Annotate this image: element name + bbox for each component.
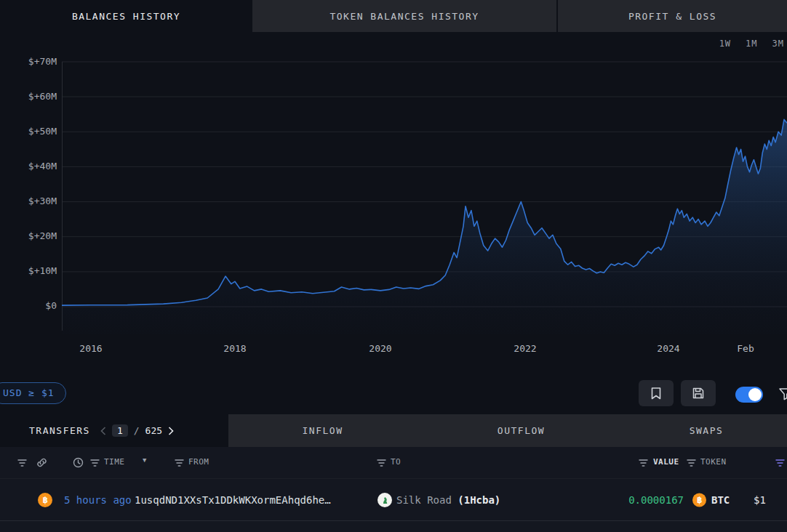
tab-balances-history[interactable]: BALANCES HISTORY xyxy=(0,0,252,32)
link-icon[interactable] xyxy=(36,457,47,468)
range-3m[interactable]: 3M xyxy=(772,39,784,49)
column-value: VALUE xyxy=(653,457,679,467)
transfers-inactive-tabs: INFLOW OUTFLOW SWAPS xyxy=(228,414,787,447)
btc-icon: ฿ xyxy=(692,493,706,507)
column-from: FROM xyxy=(188,457,209,467)
tab-profit-loss-label: PROFIT & LOSS xyxy=(628,11,716,22)
column-token: TOKEN xyxy=(700,457,727,467)
pagination-separator: / xyxy=(134,425,140,436)
tab-profit-loss[interactable]: PROFIT & LOSS xyxy=(556,0,787,32)
y-axis-label: $+10M xyxy=(0,265,57,278)
range-1w[interactable]: 1W xyxy=(719,39,731,49)
transfer-row[interactable]: ฿ 13 hours ago Silk Road (1123P4) bc1qmq… xyxy=(0,520,787,532)
pagination: 1 / 625 xyxy=(100,424,174,437)
y-axis-label: $+70M xyxy=(0,55,57,68)
chevron-left-icon[interactable] xyxy=(100,427,106,435)
token-symbol: BTC xyxy=(711,494,730,506)
transfer-value: 0.0000167 xyxy=(628,494,684,506)
filter-lines-icon[interactable] xyxy=(90,459,100,467)
x-axis-label: 2022 xyxy=(514,343,536,354)
silk-road-glyph xyxy=(380,495,390,505)
tab-transfers-label: TRANSFERS xyxy=(29,425,90,436)
transfers-table: TIME ▼ FROM TO VALUE TOKEN ฿ 5 hours ago… xyxy=(0,447,787,532)
pagination-current[interactable]: 1 xyxy=(112,424,128,437)
tab-swaps-label: SWAPS xyxy=(690,425,724,436)
usd-value: $1 xyxy=(754,494,766,506)
balance-history-chart[interactable] xyxy=(62,58,787,334)
x-axis-label: 2024 xyxy=(657,343,679,354)
tab-swaps[interactable]: SWAPS xyxy=(626,414,787,447)
tab-inflow[interactable]: INFLOW xyxy=(228,414,417,447)
column-to: TO xyxy=(391,457,401,467)
funnel-icon-partial[interactable] xyxy=(778,387,787,401)
tab-token-balances-history-label: TOKEN BALANCES HISTORY xyxy=(329,11,479,22)
x-axis-label: Feb xyxy=(737,343,754,354)
transfers-tab-bar: TRANSFERS 1 / 625 INFLOW OUTFLOW SWAPS xyxy=(0,414,787,447)
tab-outflow-label: OUTFLOW xyxy=(498,425,545,436)
filter-lines-icon[interactable] xyxy=(175,459,184,467)
y-axis-label: $+40M xyxy=(0,160,57,173)
y-axis-label: $+60M xyxy=(0,90,57,103)
x-axis-label: 2020 xyxy=(369,343,391,354)
y-axis-label: $0 xyxy=(0,299,57,313)
to-entity[interactable]: Silk Road (1Hcba) xyxy=(396,494,500,506)
tab-token-balances-history[interactable]: TOKEN BALANCES HISTORY xyxy=(252,0,556,32)
top-tab-bar: BALANCES HISTORY TOKEN BALANCES HISTORY … xyxy=(0,0,787,32)
caret-down-icon[interactable]: ▼ xyxy=(143,456,147,464)
filter-lines-icon-active[interactable] xyxy=(775,459,785,467)
chevron-right-icon[interactable] xyxy=(168,427,174,435)
column-time: TIME xyxy=(104,457,125,467)
clock-icon[interactable] xyxy=(73,457,84,468)
filter-lines-icon[interactable] xyxy=(687,459,696,467)
filter-lines-icon[interactable] xyxy=(639,459,648,467)
toggle-knob xyxy=(748,388,762,401)
bookmark-button[interactable] xyxy=(639,380,674,406)
to-entity-name: Silk Road xyxy=(396,494,452,506)
btc-icon: ฿ xyxy=(38,493,52,507)
tab-balances-history-label: BALANCES HISTORY xyxy=(72,11,180,22)
to-entity-id: (1Hcba) xyxy=(458,494,500,506)
pagination-total: 625 xyxy=(145,425,162,436)
filter-lines-icon[interactable] xyxy=(377,459,386,467)
tab-inflow-label: INFLOW xyxy=(303,425,343,436)
y-axis-label: $+30M xyxy=(0,195,57,208)
transfer-row[interactable]: ฿ 5 hours ago 1usqdND1XXsTx1DDkWKXormEAh… xyxy=(0,478,787,520)
x-axis-label: 2016 xyxy=(79,343,102,354)
x-axis-label: 2018 xyxy=(223,343,246,354)
transfers-table-header: TIME ▼ FROM TO VALUE TOKEN xyxy=(0,447,787,478)
y-axis-label: $+20M xyxy=(0,230,57,243)
y-axis-label: $+50M xyxy=(0,125,57,138)
silk-road-icon xyxy=(377,493,392,507)
balance-area-fill xyxy=(62,119,787,334)
save-icon xyxy=(692,387,704,399)
tab-transfers[interactable]: TRANSFERS 1 / 625 xyxy=(0,414,228,447)
range-1m[interactable]: 1M xyxy=(746,39,757,49)
filter-lines-icon[interactable] xyxy=(17,459,27,467)
usd-filter-chip[interactable]: USD ≥ $1 xyxy=(0,382,66,404)
bookmark-icon xyxy=(651,387,661,400)
time-range-buttons: 1W 1M 3M xyxy=(719,39,784,49)
tab-outflow[interactable]: OUTFLOW xyxy=(417,414,626,447)
save-button[interactable] xyxy=(681,380,716,406)
usd-filter-toggle[interactable] xyxy=(735,387,763,403)
from-address[interactable]: 1usqdND1XXsTx1DDkWKXormEAhqd6he… xyxy=(135,494,331,506)
transfer-time[interactable]: 5 hours ago xyxy=(64,494,132,506)
